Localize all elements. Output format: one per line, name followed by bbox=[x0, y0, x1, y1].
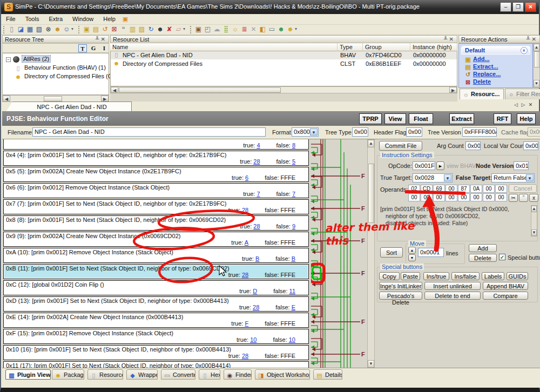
false-target[interactable]: 11 bbox=[289, 288, 295, 294]
true-target[interactable]: 4 bbox=[256, 142, 260, 148]
operand-0-0[interactable]: 02 bbox=[408, 185, 420, 193]
tools-x-icon[interactable]: ✕ bbox=[249, 25, 258, 34]
move-up-button[interactable]: ▲ bbox=[408, 247, 416, 254]
scroll-thumb[interactable] bbox=[534, 51, 540, 67]
wizard-button[interactable]: ✂ bbox=[509, 194, 518, 202]
special-paste-button[interactable]: Paste bbox=[401, 272, 420, 280]
special-guids-button[interactable]: GUIDs bbox=[507, 272, 528, 280]
special-pescado-s-delete-button[interactable]: Pescado's Delete bbox=[379, 292, 422, 300]
operand-1-6[interactable]: 00 bbox=[483, 193, 495, 201]
instruction-row[interactable]: 0xF (15): [prim 0x0012] Remove Object In… bbox=[3, 329, 309, 344]
operand-0-6[interactable]: 00 bbox=[483, 185, 495, 193]
special-copy-button[interactable]: Copy bbox=[379, 272, 400, 280]
operand-1-7[interactable]: 00 bbox=[495, 193, 507, 201]
paint-icon[interactable]: ◧ bbox=[258, 25, 267, 34]
instruction-row[interactable]: 0x7 (7): [prim 0x001F] Set to Next (Stac… bbox=[3, 199, 309, 214]
package-replace-icon[interactable]: ↺ bbox=[100, 25, 110, 34]
delete-x-icon[interactable]: ✘ bbox=[165, 25, 174, 34]
special-inge-s-initlinker-button[interactable]: Inge's InitLinker bbox=[379, 282, 422, 290]
action-add[interactable]: ▣Add... bbox=[464, 56, 490, 63]
chevron-down-icon[interactable]: ▼ bbox=[444, 174, 451, 181]
tab-resource[interactable]: ▯Resource bbox=[87, 369, 123, 380]
close-panel-icon[interactable]: ✕ bbox=[101, 36, 107, 42]
operand-0-4[interactable]: 87 bbox=[458, 185, 470, 193]
action-extract[interactable]: ▤Extract... bbox=[464, 63, 498, 71]
scroll-right-icon[interactable]: ▶ bbox=[449, 87, 457, 93]
open-file-icon[interactable]: ◪ bbox=[16, 25, 25, 34]
operand-1-1[interactable]: 00 bbox=[421, 193, 433, 201]
eraser-icon[interactable]: ▱ bbox=[174, 25, 183, 34]
document-tab[interactable]: NPC - Get Alien Dad - NID bbox=[12, 102, 132, 112]
scroll-down-icon[interactable]: ▼ bbox=[531, 229, 537, 236]
camera-icon[interactable]: ▭ bbox=[267, 25, 276, 34]
maximize-button[interactable]: ❐ bbox=[512, 2, 524, 12]
delete-button[interactable]: Delete bbox=[469, 254, 497, 262]
tree-type-input[interactable]: 0x00 bbox=[352, 127, 368, 137]
special-labels-button[interactable]: Labels bbox=[482, 272, 504, 280]
true-target[interactable]: 28 bbox=[253, 304, 259, 310]
false-target[interactable]: 8 bbox=[292, 142, 295, 148]
operand-1-5[interactable]: 00 bbox=[470, 193, 482, 201]
close-panel-icon[interactable]: ✕ bbox=[532, 36, 538, 42]
true-target[interactable]: 28 bbox=[242, 272, 248, 278]
special-ins-true-button[interactable]: Ins/true bbox=[423, 272, 449, 280]
tab-finder[interactable]: ◉Finder bbox=[224, 369, 252, 380]
format-combobox[interactable]: 0x8007▼ bbox=[292, 127, 319, 137]
opcode-more-button[interactable]: ▶ bbox=[436, 161, 444, 170]
view-button[interactable]: View bbox=[384, 113, 406, 124]
user-yellow-icon[interactable]: ☻ bbox=[286, 25, 295, 34]
resource-actions-group[interactable]: Default » bbox=[461, 46, 530, 55]
column-header-name[interactable]: Name bbox=[110, 43, 338, 51]
tree-version-input[interactable]: 0xFFFF800A bbox=[462, 127, 497, 137]
user-lock-icon[interactable]: ☻ bbox=[276, 25, 286, 34]
operand-0-5[interactable]: 0A bbox=[470, 185, 482, 193]
menu-item-tools[interactable]: Tools bbox=[21, 14, 44, 24]
table-row[interactable]: ▯NPC - Get Alien Dad - NIDBHAV0x7FD46CD0… bbox=[111, 51, 457, 59]
tab-details[interactable]: ▤Details bbox=[313, 369, 342, 380]
menu-item-window[interactable]: Window bbox=[68, 14, 98, 24]
tab-object-workshop[interactable]: ◨Object Workshop bbox=[255, 369, 310, 380]
node-version-input[interactable]: 0x01 bbox=[514, 161, 529, 170]
special-compare-button[interactable]: Compare bbox=[483, 292, 528, 300]
operand-0-1[interactable]: CD bbox=[421, 185, 433, 193]
grid-dots-icon[interactable]: ⣿ bbox=[221, 25, 231, 34]
table-row[interactable]: ☻Directory of Compressed FilesCLST0xE86B… bbox=[111, 60, 457, 68]
header-flag-input[interactable]: 0x00 bbox=[406, 127, 422, 137]
tree-filter-t-button[interactable]: T bbox=[78, 44, 87, 52]
cache-flags-input[interactable]: 0x00 bbox=[528, 127, 540, 137]
cloud-icon[interactable]: ☁ bbox=[212, 25, 221, 34]
opcode-input[interactable]: 0x001F bbox=[413, 161, 435, 170]
tree-item[interactable]: ☻Directory of Compressed Files (CLST bbox=[15, 73, 124, 80]
special-delete-to-end-button[interactable]: Delete to end bbox=[424, 292, 481, 300]
pin-icon[interactable]: ╨ bbox=[444, 36, 449, 42]
true-target[interactable]: 28 bbox=[242, 207, 248, 213]
user-dark-icon[interactable]: ☻ bbox=[156, 25, 165, 34]
doc-nav-controls[interactable]: ◁ ▷ ✕ bbox=[514, 102, 540, 107]
column-header-instance-high-[interactable]: Instance (high) bbox=[410, 43, 457, 51]
true-target-combobox[interactable]: 0x0028▼ bbox=[413, 173, 453, 183]
true-target[interactable]: F bbox=[245, 320, 248, 327]
notes-icon[interactable]: ▥ bbox=[128, 25, 137, 34]
extract-button[interactable]: Extract bbox=[449, 113, 474, 124]
instruction-row[interactable]: 0x8 (8): [prim 0x001F] Set to Next (Stac… bbox=[3, 215, 309, 231]
true-target[interactable]: A bbox=[245, 239, 248, 246]
true-target[interactable]: 10 bbox=[250, 336, 256, 343]
preview-icon[interactable]: ◰ bbox=[203, 25, 212, 34]
column-header-group[interactable]: Group bbox=[363, 43, 410, 51]
menu-item-help[interactable]: Help bbox=[98, 14, 120, 24]
archive-icon[interactable]: ▣ bbox=[194, 25, 203, 34]
local-var-count-input[interactable]: 0x00 bbox=[523, 141, 538, 150]
save-file-icon[interactable]: ▦ bbox=[25, 25, 35, 34]
tab-package[interactable]: ☻Package bbox=[52, 369, 84, 380]
scroll-thumb[interactable] bbox=[368, 164, 374, 223]
quote-button[interactable]: ” bbox=[519, 194, 528, 202]
scroll-thumb[interactable] bbox=[44, 96, 62, 102]
add-sim-icon[interactable]: ☻ bbox=[53, 25, 62, 34]
operand-0-3[interactable]: 00 bbox=[446, 185, 457, 193]
false-target-combobox[interactable]: Return False▼ bbox=[491, 173, 535, 183]
toolbar-overflow-icon[interactable]: ▾ bbox=[183, 25, 188, 33]
tab-plugin-view[interactable]: ▥Plugin View bbox=[5, 369, 51, 380]
action-replace[interactable]: ↺Replace... bbox=[464, 71, 501, 78]
instruction-row[interactable]: 0xC (12): [global 0x01D2] Coin Flip ()tr… bbox=[3, 280, 309, 295]
operand-0-7[interactable]: 00 bbox=[495, 185, 507, 193]
